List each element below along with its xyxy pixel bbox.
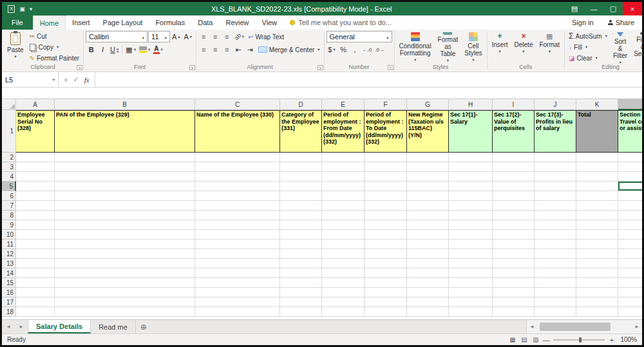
- header-cell-E1[interactable]: Period of employment : From Date (dd/mm/…: [322, 110, 365, 153]
- column-header-G[interactable]: G: [407, 99, 449, 110]
- row-header-5[interactable]: 5: [2, 182, 16, 191]
- cell-C14[interactable]: [195, 268, 280, 278]
- row-header-9[interactable]: 9: [2, 220, 16, 230]
- italic-button[interactable]: I: [97, 44, 108, 55]
- cell-A5[interactable]: [16, 182, 55, 191]
- column-header-H[interactable]: H: [449, 99, 493, 110]
- tab-insert[interactable]: Insert: [66, 15, 97, 30]
- column-header-A[interactable]: A: [16, 99, 55, 110]
- cell-L4[interactable]: [618, 172, 642, 182]
- cell-L13[interactable]: [618, 259, 642, 268]
- top-align-button[interactable]: ≡: [198, 31, 209, 42]
- cell-F13[interactable]: [365, 259, 407, 268]
- cell-D15[interactable]: [280, 278, 322, 288]
- page-break-view-button[interactable]: ▥: [530, 336, 542, 343]
- sign-in-button[interactable]: Sign in: [565, 15, 600, 30]
- page-layout-view-button[interactable]: ▤: [518, 336, 530, 343]
- header-cell-I1[interactable]: Sec 17(2)- Value of perquisites: [493, 110, 535, 153]
- cell-H4[interactable]: [449, 172, 493, 182]
- cell-J4[interactable]: [535, 172, 576, 182]
- row-header-3[interactable]: 3: [2, 162, 16, 172]
- cell-H6[interactable]: [449, 191, 493, 201]
- cell-J6[interactable]: [535, 191, 576, 201]
- font-color-button[interactable]: A: [152, 44, 164, 55]
- cell-I11[interactable]: [493, 239, 535, 249]
- row-header-1[interactable]: 1: [2, 110, 16, 153]
- cell-J13[interactable]: [535, 259, 576, 268]
- cell-I14[interactable]: [493, 268, 535, 278]
- comma-style-button[interactable]: ,: [350, 44, 361, 55]
- format-cells-button[interactable]: ▦ Format: [536, 31, 562, 63]
- cell-I16[interactable]: [493, 288, 535, 297]
- cell-B18[interactable]: [55, 307, 195, 317]
- cell-C13[interactable]: [195, 259, 280, 268]
- cell-E4[interactable]: [322, 172, 365, 182]
- cell-C12[interactable]: [195, 249, 280, 259]
- cell-J14[interactable]: [535, 268, 576, 278]
- cell-F3[interactable]: [365, 162, 407, 172]
- cell-L17[interactable]: [618, 297, 642, 307]
- header-cell-B1[interactable]: PAN of the Employee (329): [55, 110, 195, 153]
- cell-E14[interactable]: [322, 268, 365, 278]
- cell-F14[interactable]: [365, 268, 407, 278]
- bottom-align-button[interactable]: ≡: [222, 31, 232, 42]
- column-header-E[interactable]: E: [322, 99, 365, 110]
- insert-function-icon[interactable]: fx: [84, 76, 90, 84]
- cell-F10[interactable]: [365, 230, 407, 239]
- cell-B13[interactable]: [55, 259, 195, 268]
- cell-C10[interactable]: [195, 230, 280, 239]
- cell-E6[interactable]: [322, 191, 365, 201]
- cell-B10[interactable]: [55, 230, 195, 239]
- cell-K13[interactable]: [576, 259, 618, 268]
- cell-F17[interactable]: [365, 297, 407, 307]
- conditional-formatting-button[interactable]: Conditional Formatting: [397, 31, 434, 63]
- cell-J15[interactable]: [535, 278, 576, 288]
- autosum-button[interactable]: ΣAutoSum: [567, 31, 609, 41]
- cell-I6[interactable]: [493, 191, 535, 201]
- cell-E5[interactable]: [322, 182, 365, 191]
- cell-L6[interactable]: [618, 191, 642, 201]
- cell-I17[interactable]: [493, 297, 535, 307]
- cell-A7[interactable]: [16, 201, 55, 211]
- row-header-7[interactable]: 7: [2, 201, 16, 211]
- cell-F5[interactable]: [365, 182, 407, 191]
- cell-J2[interactable]: [535, 153, 576, 162]
- cell-C2[interactable]: [195, 153, 280, 162]
- cell-I12[interactable]: [493, 249, 535, 259]
- cell-H18[interactable]: [449, 307, 493, 317]
- cell-G15[interactable]: [407, 278, 449, 288]
- cell-L11[interactable]: [618, 239, 642, 249]
- row-header-2[interactable]: 2: [2, 153, 16, 162]
- cell-D8[interactable]: [280, 211, 322, 220]
- select-all-corner[interactable]: [2, 99, 16, 110]
- cell-D13[interactable]: [280, 259, 322, 268]
- cell-E17[interactable]: [322, 297, 365, 307]
- save-icon[interactable]: ▣: [19, 6, 25, 12]
- cell-I9[interactable]: [493, 220, 535, 230]
- cell-F18[interactable]: [365, 307, 407, 317]
- cell-C17[interactable]: [195, 297, 280, 307]
- cell-I2[interactable]: [493, 153, 535, 162]
- tab-home[interactable]: Home: [33, 15, 66, 30]
- cell-G10[interactable]: [407, 230, 449, 239]
- cell-A9[interactable]: [16, 220, 55, 230]
- scroll-thumb[interactable]: [540, 323, 611, 331]
- tab-review[interactable]: Review: [219, 15, 255, 30]
- cell-H7[interactable]: [449, 201, 493, 211]
- share-button[interactable]: Share: [600, 15, 642, 30]
- cell-A13[interactable]: [16, 259, 55, 268]
- scroll-right-icon[interactable]: ►: [632, 324, 642, 330]
- cell-J11[interactable]: [535, 239, 576, 249]
- cell-K5[interactable]: [576, 182, 618, 191]
- cell-B2[interactable]: [55, 153, 195, 162]
- cell-G6[interactable]: [407, 191, 449, 201]
- cell-B5[interactable]: [55, 182, 195, 191]
- zoom-out-button[interactable]: —: [542, 336, 551, 344]
- cell-D2[interactable]: [280, 153, 322, 162]
- row-header-14[interactable]: 14: [2, 268, 16, 278]
- cell-I5[interactable]: [493, 182, 535, 191]
- zoom-in-button[interactable]: +: [607, 336, 616, 344]
- cell-H8[interactable]: [449, 211, 493, 220]
- new-sheet-button[interactable]: ⊕: [136, 320, 151, 333]
- cell-B11[interactable]: [55, 239, 195, 249]
